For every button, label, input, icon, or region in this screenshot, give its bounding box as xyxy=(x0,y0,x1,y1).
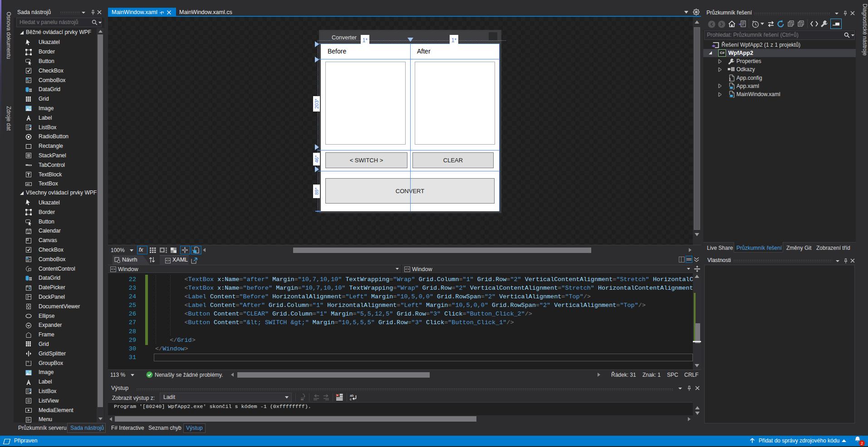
svg-text:12: 12 xyxy=(27,231,30,233)
svg-text:xy: xy xyxy=(27,360,30,363)
svg-text:c: c xyxy=(350,397,352,401)
svg-text:2: 2 xyxy=(861,441,863,446)
svg-text:abl: abl xyxy=(26,183,29,185)
